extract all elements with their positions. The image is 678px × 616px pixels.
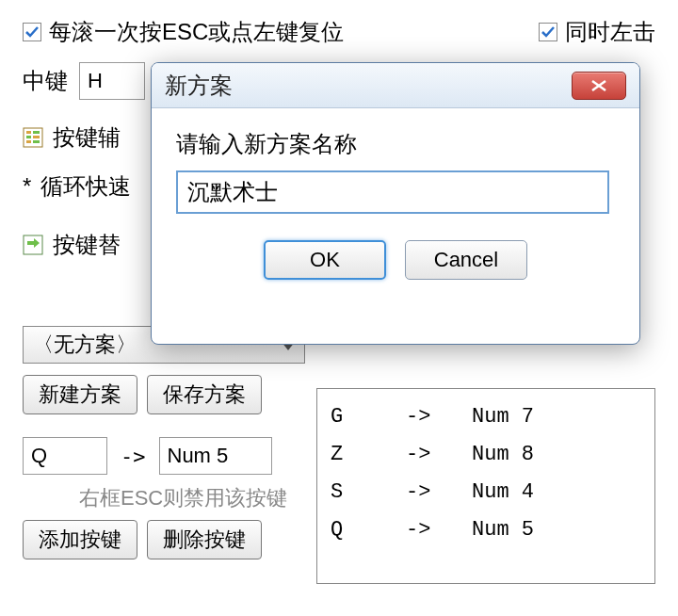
add-key-button[interactable]: 添加按键 — [23, 520, 137, 559]
delete-key-button[interactable]: 删除按键 — [147, 520, 262, 559]
esc-reset-checkbox[interactable] — [23, 23, 41, 41]
save-scheme-button[interactable]: 保存方案 — [147, 375, 262, 414]
svg-rect-6 — [33, 140, 40, 143]
esc-reset-label: 每滚一次按ESC或点左键复位 — [49, 17, 344, 47]
star-icon: * — [23, 173, 31, 200]
cycle-section-label: 循环快速 — [40, 171, 131, 202]
new-scheme-button[interactable]: 新建方案 — [23, 375, 137, 414]
cancel-button[interactable]: Cancel — [405, 240, 527, 280]
svg-rect-3 — [26, 140, 31, 143]
svg-rect-4 — [33, 131, 40, 134]
close-button[interactable] — [572, 72, 626, 100]
list-item[interactable]: Q -> Num 5 — [331, 511, 641, 549]
left-click-label: 同时左击 — [565, 17, 655, 47]
replace-icon — [23, 235, 43, 255]
close-icon — [589, 79, 608, 92]
mapping-from-input[interactable] — [23, 437, 107, 475]
list-item[interactable]: G -> Num 7 — [331, 398, 641, 436]
svg-rect-5 — [33, 136, 40, 138]
assist-section-label: 按键辅 — [53, 122, 121, 153]
mapping-arrow: -> — [121, 445, 146, 468]
middle-key-input[interactable] — [79, 62, 145, 100]
ok-button[interactable]: OK — [264, 240, 386, 280]
scheme-name-input[interactable] — [176, 170, 609, 214]
assist-icon — [23, 127, 43, 148]
left-click-checkbox[interactable] — [539, 23, 557, 41]
dialog-title: 新方案 — [165, 71, 233, 101]
list-item[interactable]: S -> Num 4 — [331, 474, 641, 511]
svg-rect-1 — [26, 131, 31, 134]
scheme-dropdown-value: 〈无方案〉 — [33, 331, 137, 359]
list-item[interactable]: Z -> Num 8 — [331, 436, 641, 474]
dialog-titlebar[interactable]: 新方案 — [152, 63, 639, 108]
svg-rect-2 — [26, 136, 31, 138]
mapping-to-input[interactable] — [159, 437, 272, 475]
dialog-prompt: 请输入新方案名称 — [176, 129, 615, 159]
new-scheme-dialog: 新方案 请输入新方案名称 OK Cancel — [151, 62, 640, 345]
mapping-list[interactable]: G -> Num 7 Z -> Num 8 S -> Num 4 Q -> Nu… — [316, 388, 655, 584]
replace-section-label: 按键替 — [53, 230, 121, 260]
middle-key-label: 中键 — [23, 66, 68, 96]
